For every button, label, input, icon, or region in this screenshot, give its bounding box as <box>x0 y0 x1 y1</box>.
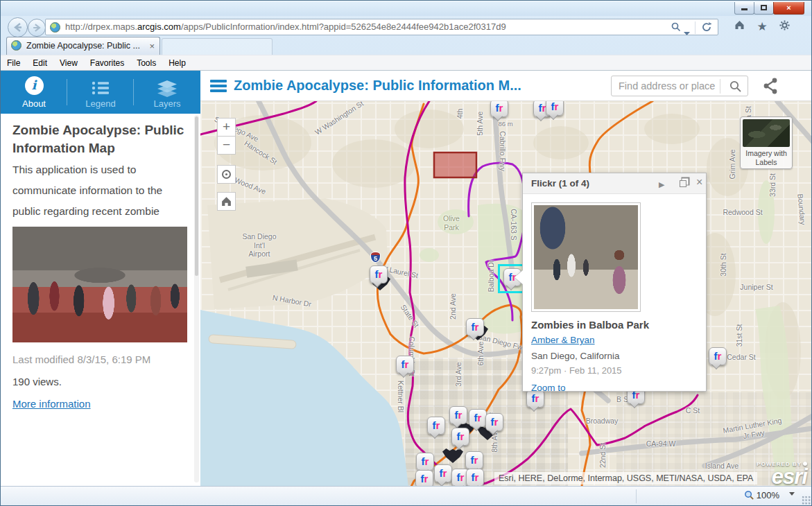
menu-tools[interactable]: Tools <box>130 55 162 71</box>
menu-favorites[interactable]: Favorites <box>84 55 130 71</box>
status-divider <box>636 489 637 503</box>
search-input[interactable] <box>619 78 716 94</box>
favorites-star-button[interactable]: ★ <box>757 20 767 33</box>
sidebar-scrollbar[interactable] <box>194 115 199 482</box>
about-title: Zombie Apocalypse: Public Information Ma… <box>12 121 189 157</box>
street-label: Juniper St <box>740 283 772 292</box>
map-canvas[interactable]: W Washington StHancock StSan Diego AveWo… <box>200 101 812 487</box>
zoom-in-button[interactable]: + <box>217 118 236 137</box>
home-extent-button[interactable] <box>217 192 236 211</box>
popup-location: San Diego, California <box>531 351 620 361</box>
tab-close-button[interactable]: × <box>149 37 155 55</box>
flickr-marker[interactable]: fr <box>427 417 445 435</box>
popup-maximize-button[interactable] <box>680 180 686 187</box>
browser-tab-active[interactable]: Zombie Apocalypse: Public ... × <box>6 37 160 55</box>
esri-logo: POWERED BY esri <box>757 461 807 487</box>
zoom-level-text: 100% <box>757 490 779 500</box>
street-label: 3rd Ave <box>454 362 463 386</box>
forward-button[interactable] <box>28 19 46 37</box>
flickr-marker[interactable]: fr <box>466 318 484 336</box>
browser-window: × http://drpex.maps.arcgis.com/apps/Publ… <box>0 0 812 506</box>
address-search-button[interactable] <box>671 21 682 35</box>
zoom-out-button[interactable]: − <box>217 136 236 155</box>
zoom-caret-icon <box>789 492 795 496</box>
basemap-toggle[interactable]: Imagery with Labels <box>740 116 793 169</box>
home-button[interactable] <box>734 21 745 33</box>
resize-grip[interactable] <box>802 496 811 505</box>
popup-timestamp: 9:27pm · Feb 11, 2015 <box>531 365 622 376</box>
flickr-marker[interactable]: fr <box>416 453 434 471</box>
flickr-marker[interactable]: fr <box>449 406 467 424</box>
share-button[interactable] <box>762 77 779 98</box>
tab-layers[interactable]: Layers <box>134 71 200 114</box>
locate-button[interactable] <box>217 165 236 184</box>
search-divider <box>720 79 720 94</box>
window-close-button[interactable]: × <box>773 2 804 15</box>
popup-title: Flickr (1 of 4) <box>531 178 589 189</box>
search-submit-button[interactable] <box>729 80 743 96</box>
sidebar-tab-bar: i About Legend Layers <box>1 71 200 114</box>
popup-photo-frame[interactable] <box>531 202 641 312</box>
settings-gear-button[interactable] <box>779 21 791 33</box>
back-button[interactable] <box>8 17 28 37</box>
tab-title: Zombie Apocalypse: Public ... <box>26 37 141 55</box>
flickr-marker[interactable]: fr <box>466 469 484 487</box>
flickr-marker[interactable]: fr <box>465 451 483 469</box>
flickr-marker[interactable]: fr <box>396 356 414 374</box>
street-label: Grim Ave <box>728 150 737 180</box>
popup-close-button[interactable]: × <box>696 177 702 187</box>
sidebar-panel: i About Legend Layers <box>1 71 200 487</box>
menu-bar: FileEditViewFavoritesToolsHelp <box>1 55 811 70</box>
flickr-marker[interactable]: fr <box>469 409 487 427</box>
incident-area-rect <box>434 152 476 177</box>
popup-zoom-to-link[interactable]: Zoom to <box>531 383 566 393</box>
gear-icon <box>779 19 791 31</box>
flickr-marker[interactable]: fr <box>451 428 469 446</box>
flickr-marker[interactable]: fr <box>434 464 452 482</box>
flickr-marker[interactable]: fr <box>490 101 508 117</box>
menu-view[interactable]: View <box>53 55 84 71</box>
flickr-marker[interactable]: fr <box>415 470 433 487</box>
flickr-marker[interactable]: fr <box>709 347 727 365</box>
about-photo <box>12 227 187 342</box>
popup-author-link[interactable]: Amber & Bryan <box>531 335 595 345</box>
street-label: CA-163 S <box>510 209 519 241</box>
magnifier-icon <box>729 80 743 94</box>
address-bar[interactable]: http://drpex.maps.arcgis.com/apps/Public… <box>45 19 718 35</box>
street-label: Broadway <box>586 417 619 426</box>
page-zoom-control[interactable]: 100% <box>744 490 779 500</box>
browser-navbar: http://drpex.maps.arcgis.com/apps/Public… <box>1 16 811 37</box>
minimize-icon <box>741 8 748 10</box>
active-tab-notch <box>28 114 40 120</box>
tab-legend[interactable]: Legend <box>67 71 134 114</box>
menu-help[interactable]: Help <box>162 55 192 71</box>
refresh-button[interactable] <box>701 21 712 35</box>
site-favicon-globe-icon <box>50 22 60 33</box>
url-text: http://drpex.maps.arcgis.com/apps/Public… <box>65 19 506 35</box>
flickr-marker[interactable]: fr <box>485 413 503 431</box>
window-maximize-button[interactable] <box>754 2 774 15</box>
scrollbar-thumb[interactable] <box>195 116 198 276</box>
menu-file[interactable]: File <box>1 55 26 71</box>
share-icon <box>762 77 779 95</box>
street-label: Cedar St <box>727 353 755 362</box>
flickr-popup: Flickr (1 of 4) ▶ × Zombies in Balboa Pa… <box>522 173 707 392</box>
map-app-title: Zombie Apocalypse: Public Information M.… <box>234 78 521 94</box>
more-information-link[interactable]: More information <box>12 398 91 410</box>
popup-header[interactable]: Flickr (1 of 4) ▶ × <box>523 173 706 194</box>
menu-edit[interactable]: Edit <box>26 55 53 71</box>
menu-hamburger-button[interactable] <box>210 80 227 94</box>
flickr-marker[interactable]: fr <box>370 265 388 283</box>
refresh-icon <box>701 21 712 33</box>
street-label: San Diego Int'l Airport <box>242 232 276 259</box>
basemap-toggle-label: Imagery with Labels <box>741 149 792 167</box>
flickr-marker[interactable]: fr <box>546 101 564 116</box>
window-titlebar[interactable]: × <box>1 1 811 16</box>
zoom-magnifier-icon <box>744 490 754 500</box>
street-label: Cabrillo Fwy <box>499 131 508 171</box>
popup-next-button[interactable]: ▶ <box>659 180 664 189</box>
tab-strip: Zombie Apocalypse: Public ... × <box>1 37 811 55</box>
legend-list-icon <box>92 80 110 98</box>
window-minimize-button[interactable] <box>734 2 754 15</box>
tab-about[interactable]: i About <box>1 71 67 114</box>
